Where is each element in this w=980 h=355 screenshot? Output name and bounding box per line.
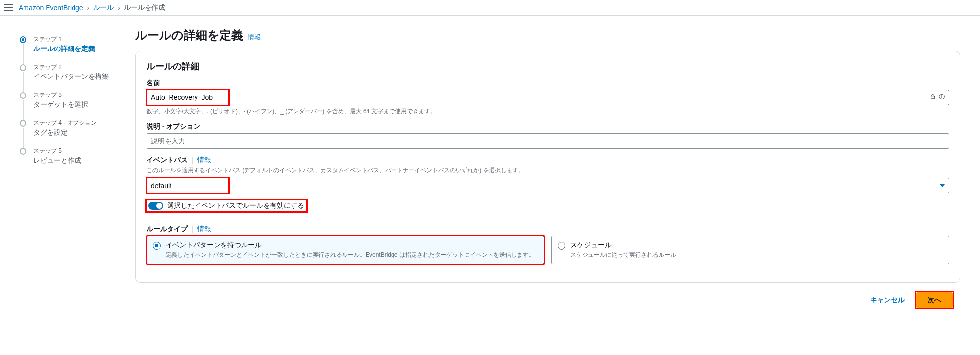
description-input[interactable] [147, 133, 949, 149]
radio-icon [558, 242, 565, 250]
step-3[interactable]: ステップ 3 ターゲットを選択 [20, 91, 127, 119]
step-1[interactable]: ステップ 1 ルールの詳細を定義 [20, 35, 127, 63]
step-circle-icon [20, 36, 26, 43]
name-hint: 数字、小文字/大文字、. (ピリオド)、- (ハイフン)、_ (アンダーバー) … [147, 107, 949, 116]
eventbus-label: イベントバス [147, 156, 188, 165]
name-label: 名前 [147, 79, 949, 88]
breadcrumb-current: ルールを作成 [124, 3, 165, 12]
svg-rect-0 [931, 96, 935, 99]
stepper: ステップ 1 ルールの詳細を定義 ステップ 2 イベントパターンを構築 ステップ… [0, 27, 127, 308]
toggle-label: 選択したイベントバスでルールを有効にする [167, 201, 304, 210]
lock-icon [930, 94, 936, 102]
hamburger-icon[interactable] [4, 4, 13, 11]
step-circle-icon [20, 148, 26, 155]
eventbus-sub: このルールを適用するイベントバス (デフォルトのイベントバス、カスタムイベントバ… [147, 166, 949, 175]
svg-point-3 [941, 95, 942, 95]
name-input[interactable] [147, 90, 949, 105]
rule-detail-panel: ルールの詳細 名前 数字、小文字/大文字、. (ピリオド)、- (ハイフン)、_… [135, 51, 960, 283]
chevron-right-icon: › [87, 4, 90, 12]
info-link[interactable]: 情報 [248, 33, 261, 42]
radio-icon [153, 242, 161, 250]
next-button[interactable]: 次へ [916, 292, 953, 308]
breadcrumb: Amazon EventBridge › ルール › ルールを作成 [19, 3, 165, 12]
step-circle-icon [20, 92, 26, 99]
page-title: ルールの詳細を定義 [135, 27, 243, 43]
info-icon [938, 94, 945, 102]
step-circle-icon [20, 64, 26, 71]
ruletype-option-eventpattern[interactable]: イベントパターンを持つルール 定義したイベントパターンとイベントが一致したときに… [147, 236, 544, 264]
ruletype-option-schedule[interactable]: スケジュール スケジュールに従って実行されるルール [551, 236, 949, 264]
breadcrumb-link-rules[interactable]: ルール [93, 3, 114, 12]
step-2[interactable]: ステップ 2 イベントパターンを構築 [20, 63, 127, 91]
ruletype-label: ルールタイプ [147, 225, 188, 234]
eventbus-select[interactable]: default [147, 178, 949, 193]
step-circle-icon [20, 120, 26, 127]
panel-heading: ルールの詳細 [147, 60, 949, 72]
description-label: 説明 - オプション [147, 122, 949, 131]
caret-down-icon [940, 184, 945, 187]
info-link[interactable]: 情報 [197, 156, 211, 165]
step-4[interactable]: ステップ 4 - オプション タグを設定 [20, 119, 127, 147]
step-5[interactable]: ステップ 5 レビューと作成 [20, 147, 127, 175]
chevron-right-icon: › [118, 4, 120, 12]
enable-rule-toggle[interactable] [148, 202, 163, 210]
breadcrumb-link-eventbridge[interactable]: Amazon EventBridge [19, 4, 83, 12]
cancel-button[interactable]: キャンセル [863, 293, 911, 308]
info-link[interactable]: 情報 [197, 225, 211, 234]
